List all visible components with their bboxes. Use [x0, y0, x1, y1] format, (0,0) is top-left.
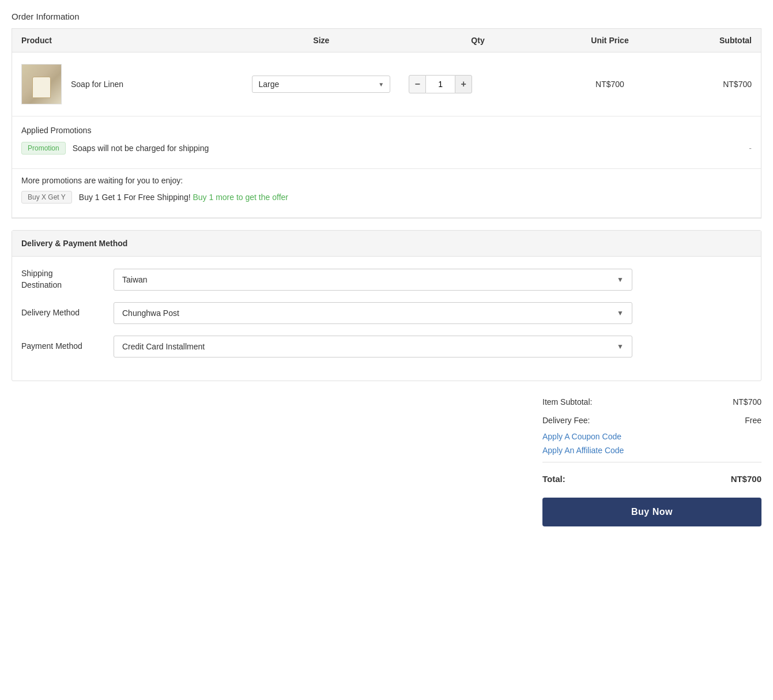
summary-divider: [542, 462, 761, 462]
delivery-fee-value: Free: [745, 416, 761, 425]
delivery-fee-label: Delivery Fee:: [542, 416, 590, 425]
order-table: Product Size Qty Unit Price Subtotal Soa…: [12, 28, 761, 219]
shipping-destination-value: Taiwan: [122, 275, 148, 284]
item-subtotal-row: Item Subtotal: NT$700: [542, 393, 761, 411]
summary-section: Item Subtotal: NT$700 Delivery Fee: Free…: [12, 393, 761, 526]
col-header-qty: Qty: [399, 29, 556, 52]
apply-coupon-link[interactable]: Apply A Coupon Code: [542, 430, 761, 443]
col-header-subtotal: Subtotal: [663, 29, 761, 52]
applied-promotions-title: Applied Promotions: [21, 126, 752, 135]
summary-box: Item Subtotal: NT$700 Delivery Fee: Free…: [542, 393, 761, 526]
chevron-down-icon: ▼: [378, 81, 384, 88]
applied-promotions: Applied Promotions Promotion Soaps will …: [12, 116, 761, 169]
quantity-control: − +: [409, 75, 547, 93]
chevron-down-icon: ▼: [617, 276, 624, 284]
delivery-fee-row: Delivery Fee: Free: [542, 411, 761, 430]
delivery-form: ShippingDestination Taiwan ▼ Delivery Me…: [12, 257, 761, 381]
col-header-size: Size: [243, 29, 399, 52]
delivery-method-row: Delivery Method Chunghwa Post ▼: [21, 302, 752, 324]
size-value: Large: [258, 80, 279, 89]
remove-promotion-button[interactable]: -: [749, 144, 752, 153]
chevron-down-icon: ▼: [617, 343, 624, 351]
subtotal-value: NT$700: [723, 80, 752, 89]
payment-method-row: Payment Method Credit Card Installment ▼: [21, 336, 752, 357]
col-header-product: Product: [12, 29, 243, 52]
total-value: NT$700: [731, 474, 761, 484]
shipping-destination-select[interactable]: Taiwan ▼: [114, 269, 632, 291]
chevron-down-icon: ▼: [617, 309, 624, 317]
delivery-method-label: Delivery Method: [21, 307, 102, 319]
delivery-payment-header: Delivery & Payment Method: [12, 231, 761, 257]
product-name: Soap for Linen: [71, 80, 123, 89]
apply-affiliate-link[interactable]: Apply An Affiliate Code: [542, 443, 761, 457]
payment-method-select[interactable]: Credit Card Installment ▼: [114, 336, 632, 357]
buy-now-button[interactable]: Buy Now: [542, 498, 761, 526]
more-promotions-title: More promotions are waiting for you to e…: [21, 176, 752, 185]
promotion-badge: Promotion: [21, 142, 66, 155]
item-subtotal-label: Item Subtotal:: [542, 397, 592, 407]
col-header-unit-price: Unit Price: [556, 29, 663, 52]
buy-x-offer-text: Buy 1 Get 1 For Free Shipping! Buy 1 mor…: [79, 193, 288, 202]
more-promotions: More promotions are waiting for you to e…: [12, 169, 761, 218]
promotion-description: Soaps will not be charged for shipping: [73, 144, 742, 153]
buy-more-link[interactable]: Buy 1 more to get the offer: [193, 193, 288, 202]
buy-x-get-y-badge: Buy X Get Y: [21, 191, 72, 204]
delivery-method-value: Chunghwa Post: [122, 308, 179, 318]
total-label: Total:: [542, 474, 565, 484]
payment-method-value: Credit Card Installment: [122, 342, 205, 351]
quantity-increase-button[interactable]: +: [455, 75, 472, 93]
shipping-destination-label: ShippingDestination: [21, 268, 102, 291]
quantity-decrease-button[interactable]: −: [409, 75, 426, 93]
unit-price-value: NT$700: [595, 80, 624, 89]
item-subtotal-value: NT$700: [733, 397, 761, 407]
order-info-title: Order Information: [12, 12, 761, 21]
payment-method-label: Payment Method: [21, 341, 102, 352]
delivery-method-select[interactable]: Chunghwa Post ▼: [114, 302, 632, 324]
delivery-payment-section: Delivery & Payment Method ShippingDestin…: [12, 230, 761, 381]
total-row: Total: NT$700: [542, 467, 761, 488]
shipping-destination-row: ShippingDestination Taiwan ▼: [21, 268, 752, 291]
size-select[interactable]: Large ▼: [252, 76, 390, 93]
quantity-input[interactable]: [426, 75, 455, 93]
promotions-row: Applied Promotions Promotion Soaps will …: [12, 116, 761, 219]
table-row: Soap for Linen Large ▼ − + NT$700: [12, 52, 761, 116]
product-image: [21, 64, 62, 104]
buy-x-get-y-row: Buy X Get Y Buy 1 Get 1 For Free Shippin…: [21, 191, 752, 204]
product-cell: Soap for Linen: [21, 64, 233, 104]
promotion-item: Promotion Soaps will not be charged for …: [21, 142, 752, 155]
